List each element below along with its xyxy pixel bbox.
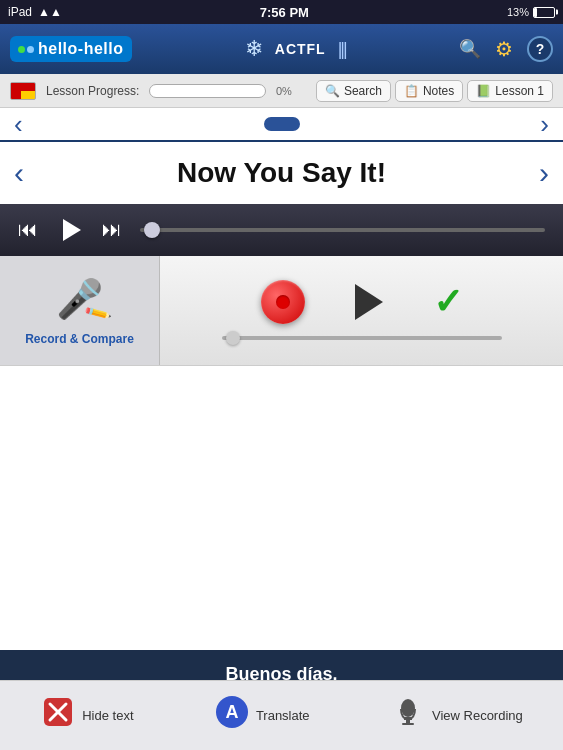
bottom-toolbar: Hide text A Translate View R [0, 680, 563, 750]
notes-icon: 📋 [404, 84, 419, 98]
svg-point-5 [401, 699, 415, 717]
logo-text: hello-hello [38, 40, 124, 58]
search-nav-icon[interactable]: 🔍 [459, 38, 481, 60]
scrubber-thumb [144, 222, 160, 238]
battery-fill [534, 8, 537, 17]
top-nav: hello-hello ❄ ACTFL ||| 🔍 ⚙ ? [0, 24, 563, 74]
hide-text-button[interactable]: Hide text [40, 694, 133, 738]
nav-center: ❄ ACTFL ||| [245, 36, 346, 62]
lesson-progress-bar: Lesson Progress: 0% 🔍 Search 📋 Notes 📗 L… [0, 74, 563, 108]
title-next-arrow[interactable]: › [539, 156, 549, 190]
top-toolbar: 🔍 Search 📋 Notes 📗 Lesson 1 [316, 80, 553, 102]
nav-pill [264, 117, 300, 131]
confirm-button[interactable]: ✓ [433, 284, 463, 320]
mic-container: 🎤 ✏️ [55, 274, 105, 324]
flag-icon [10, 82, 36, 100]
progress-track [149, 84, 266, 98]
content-spacer [0, 366, 563, 650]
progress-label: Lesson Progress: [46, 84, 139, 98]
title-prev-arrow[interactable]: ‹ [14, 156, 24, 190]
search-icon: 🔍 [325, 84, 340, 98]
gear-icon[interactable]: ⚙ [495, 37, 513, 61]
progress-percent: 0% [276, 85, 306, 97]
record-label: Record & Compare [25, 332, 134, 346]
view-recording-button[interactable]: View Recording [390, 694, 523, 738]
next-arrow[interactable]: › [540, 109, 549, 140]
app-wrapper: iPad ▲▲ 7:56 PM 13% hello-hello ❄ ACTFL … [0, 0, 563, 750]
wifi-icon: ▲▲ [38, 5, 62, 19]
play-triangle-icon [63, 219, 81, 241]
lesson-button[interactable]: 📗 Lesson 1 [467, 80, 553, 102]
snowflake-icon[interactable]: ❄ [245, 36, 263, 62]
logo-dots [18, 46, 34, 53]
page-title-area: ‹ Now You Say It! › [0, 142, 563, 204]
nav-bars-icon: ||| [338, 39, 346, 60]
skip-forward-button[interactable]: ⏭ [102, 218, 122, 241]
audio-scrubber[interactable] [140, 228, 545, 232]
nav-row: ‹ Now You Say It! › [0, 108, 563, 142]
record-controls: ✓ [261, 280, 463, 324]
translate-button[interactable]: A Translate [214, 694, 310, 738]
search-button[interactable]: 🔍 Search [316, 80, 391, 102]
record-right-panel: ✓ [160, 256, 563, 365]
logo-area[interactable]: hello-hello [10, 36, 132, 62]
playback-button[interactable] [355, 284, 383, 320]
svg-rect-8 [402, 723, 414, 725]
svg-text:A: A [225, 702, 238, 722]
lesson-icon: 📗 [476, 84, 491, 98]
device-label: iPad [8, 5, 32, 19]
logo-dot-blue [27, 46, 34, 53]
translate-icon: A [214, 694, 250, 738]
battery-percent: 13% [507, 6, 529, 18]
nav-icons-right: 🔍 ⚙ ? [459, 36, 553, 62]
actfl-label: ACTFL [275, 41, 326, 57]
prev-arrow[interactable]: ‹ [14, 109, 23, 140]
record-scrubber[interactable] [222, 336, 502, 340]
record-left-panel: 🎤 ✏️ Record & Compare [0, 256, 160, 365]
help-button[interactable]: ? [527, 36, 553, 62]
hide-text-label: Hide text [82, 708, 133, 723]
play-button[interactable] [56, 216, 84, 244]
view-recording-label: View Recording [432, 708, 523, 723]
status-bar: iPad ▲▲ 7:56 PM 13% [0, 0, 563, 24]
view-recording-icon [390, 694, 426, 738]
translate-label: Translate [256, 708, 310, 723]
time-display: 7:56 PM [260, 5, 309, 20]
skip-back-button[interactable]: ⏮ [18, 218, 38, 241]
record-button[interactable] [261, 280, 305, 324]
logo-dot-green [18, 46, 25, 53]
record-section: 🎤 ✏️ Record & Compare ✓ [0, 256, 563, 366]
hide-text-icon [40, 694, 76, 738]
main-title: Now You Say It! [177, 148, 386, 198]
notes-button[interactable]: 📋 Notes [395, 80, 463, 102]
battery-icon [533, 7, 555, 18]
record-scrubber-thumb [226, 331, 240, 345]
audio-player: ⏮ ⏭ [0, 204, 563, 256]
